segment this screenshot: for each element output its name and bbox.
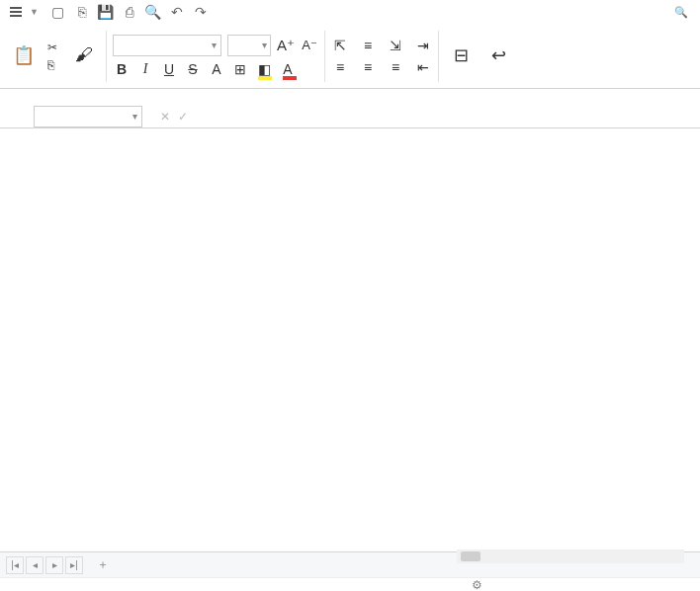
save-icon[interactable]: 💾 [98,4,114,20]
align-middle-icon[interactable]: ≡ [359,37,377,54]
file-menu[interactable]: ▼ [4,5,44,19]
wrap-button[interactable]: ↩ [482,42,514,71]
align-bottom-icon[interactable]: ⇲ [387,37,404,54]
preview-icon[interactable]: 🔍 [145,4,161,20]
sheet-last-icon[interactable]: ▸| [65,556,83,574]
hamburger-icon [10,7,22,17]
brush-icon: 🖌 [72,43,96,67]
align-top-icon[interactable]: ⇱ [331,37,349,54]
name-box[interactable] [34,106,142,127]
settings-icon[interactable]: ⚙ [472,578,482,592]
align-right-icon[interactable]: ≡ [387,58,404,76]
merge-button[interactable]: ⊟ [445,42,477,71]
add-sheet-button[interactable]: ＋ [89,552,117,577]
underline-button[interactable]: U [160,60,178,78]
sheet-first-icon[interactable]: |◂ [6,556,24,574]
outdent-icon[interactable]: ⇤ [414,58,432,76]
indent-icon[interactable]: ⇥ [414,37,432,54]
redo-icon[interactable]: ↷ [193,4,209,20]
font-color-button[interactable]: A [279,60,297,78]
scissors-icon: ✂ [47,41,57,54]
clipboard-icon: 📋 [12,43,36,67]
print-icon[interactable]: ⎙ [122,4,137,20]
font-name-select[interactable] [113,35,221,56]
search-box[interactable]: 🔍 [674,6,696,19]
copy-button[interactable]: ⎘ [45,57,62,73]
horizontal-scrollbar[interactable] [457,549,684,563]
format-painter-button[interactable]: 🖌 [68,42,100,71]
sheet-next-icon[interactable]: ▸ [45,556,63,574]
paste-button[interactable]: 📋 [8,42,40,71]
chevron-down-icon: ▼ [30,7,39,17]
border-button[interactable]: ⊞ [231,60,249,78]
merge-icon: ⊟ [449,43,473,67]
shrink-font-icon[interactable]: A⁻ [301,37,318,54]
open-icon[interactable]: ⎘ [74,4,90,20]
align-left-icon[interactable]: ≡ [331,58,349,76]
italic-button[interactable]: I [136,60,154,78]
formula-bar[interactable] [196,106,700,127]
undo-icon[interactable]: ↶ [169,4,185,20]
grow-font-icon[interactable]: A⁺ [277,37,295,54]
cut-button[interactable]: ✂ [45,40,62,55]
align-center-icon[interactable]: ≡ [359,58,377,76]
new-doc-icon[interactable]: ▢ [50,4,66,20]
bold-button[interactable]: B [113,60,131,78]
strike-button[interactable]: S [184,60,202,78]
font-size-select[interactable] [227,35,271,56]
font-style-button[interactable]: A [208,60,225,78]
copy-icon: ⎘ [47,58,54,72]
sheet-prev-icon[interactable]: ◂ [26,556,44,574]
cancel-icon[interactable]: ✕ [160,110,170,124]
confirm-icon[interactable]: ✓ [178,110,188,124]
fill-color-button[interactable]: ◧ [255,60,273,78]
search-icon: 🔍 [674,6,688,19]
wrap-icon: ↩ [486,43,510,67]
